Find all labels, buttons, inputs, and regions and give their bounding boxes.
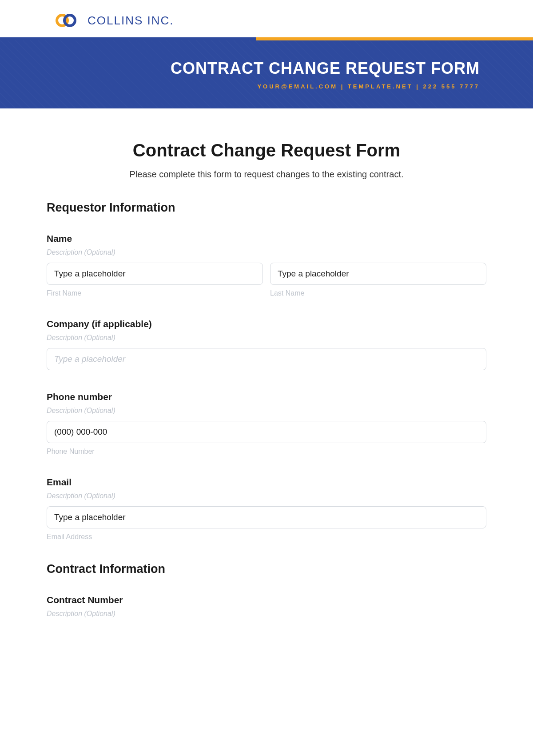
svg-point-1 — [64, 15, 75, 26]
first-name-input-text: Type a placeholder — [54, 269, 126, 279]
email-sublabel: Email Address — [47, 533, 486, 541]
main-content: Contract Change Request Form Please comp… — [0, 108, 533, 642]
email-input-text: Type a placeholder — [54, 512, 126, 522]
phone-field-group: Phone number Description (Optional) (000… — [47, 392, 486, 456]
last-name-input-text: Type a placeholder — [278, 269, 349, 279]
first-name-sublabel: First Name — [47, 289, 263, 297]
phone-label: Phone number — [47, 392, 486, 402]
form-title: Contract Change Request Form — [47, 140, 486, 160]
last-name-input[interactable]: Type a placeholder — [270, 263, 486, 285]
company-description: Description (Optional) — [47, 334, 486, 342]
form-subtitle: Please complete this form to request cha… — [47, 169, 486, 180]
phone-input-text: (000) 000-000 — [54, 427, 107, 437]
company-label: Company (if applicable) — [47, 319, 486, 329]
phone-description: Description (Optional) — [47, 407, 486, 415]
contract-number-description: Description (Optional) — [47, 610, 486, 618]
email-description: Description (Optional) — [47, 492, 486, 500]
company-input[interactable] — [47, 348, 486, 370]
name-label: Name — [47, 233, 486, 244]
phone-sublabel: Phone Number — [47, 448, 486, 456]
last-name-sublabel: Last Name — [270, 289, 486, 297]
name-field-group: Name Description (Optional) Type a place… — [47, 233, 486, 297]
top-header: COLLINS INC. — [0, 0, 533, 37]
email-label: Email — [47, 477, 486, 488]
first-name-input[interactable]: Type a placeholder — [47, 263, 263, 285]
company-logo-icon — [56, 12, 79, 28]
email-field-group: Email Description (Optional) Type a plac… — [47, 477, 486, 541]
email-input[interactable]: Type a placeholder — [47, 506, 486, 528]
contract-number-label: Contract Number — [47, 595, 486, 605]
requestor-section-heading: Requestor Information — [47, 201, 486, 215]
contract-section-heading: Contract Information — [47, 562, 486, 576]
hero-title: CONTRACT CHANGE REQUEST FORM — [53, 59, 480, 78]
company-name: COLLINS INC. — [88, 14, 174, 28]
company-field-group: Company (if applicable) Description (Opt… — [47, 319, 486, 370]
name-description: Description (Optional) — [47, 248, 486, 256]
phone-input[interactable]: (000) 000-000 — [47, 421, 486, 443]
divider-stripe — [0, 37, 533, 40]
hero-contact: YOUR@EMAIL.COM | TEMPLATE.NET | 222 555 … — [53, 83, 480, 90]
contract-number-field-group: Contract Number Description (Optional) — [47, 595, 486, 618]
hero-banner: CONTRACT CHANGE REQUEST FORM YOUR@EMAIL.… — [0, 40, 533, 108]
